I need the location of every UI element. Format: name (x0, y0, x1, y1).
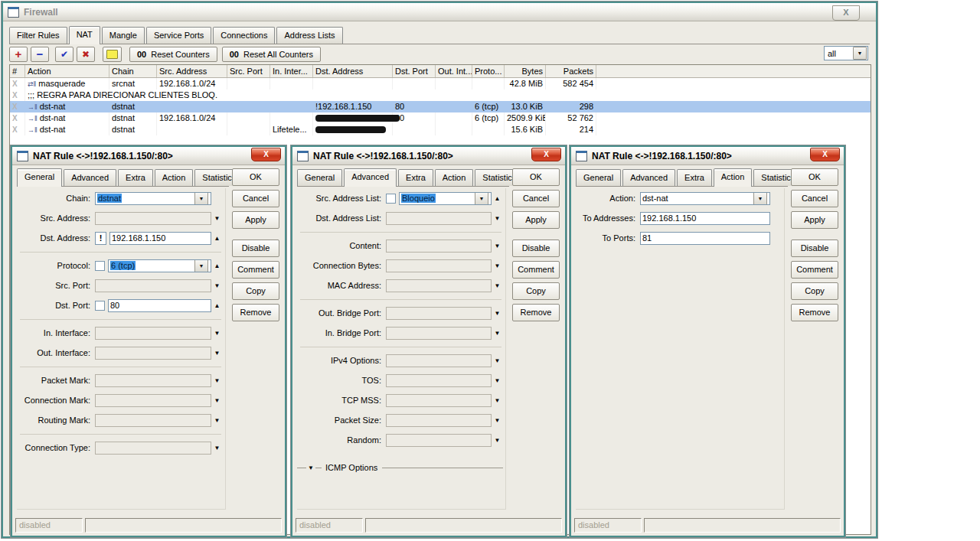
random-input[interactable] (386, 434, 492, 447)
expand-down-icon[interactable]: ▼ (492, 330, 503, 337)
tos-input[interactable] (386, 374, 492, 387)
dialog-close-button[interactable]: X (531, 148, 561, 161)
ok-button[interactable]: OK (791, 168, 838, 186)
col-src-address[interactable]: Src. Address (157, 65, 227, 77)
tab-advanced[interactable]: Advanced (622, 169, 675, 186)
ipv4-options-input[interactable] (386, 354, 492, 367)
disable-rule-button[interactable]: ✖ (77, 47, 95, 62)
expand-down-icon[interactable]: ▼ (211, 330, 223, 337)
expand-down-icon[interactable]: ▼ (492, 397, 503, 404)
col-out-interface[interactable]: Out. Int... (436, 65, 472, 77)
tab-action[interactable]: Action (155, 169, 194, 186)
dst-port-checkbox[interactable] (95, 301, 105, 311)
tab-advanced[interactable]: Advanced (64, 169, 116, 186)
chain-input[interactable]: dstnat ▼ (95, 192, 211, 205)
src-address-input[interactable] (95, 212, 211, 225)
col-dst-address[interactable]: Dst. Address (313, 65, 393, 77)
comment-button[interactable]: Comment (232, 261, 279, 279)
copy-button[interactable]: Copy (512, 282, 560, 300)
col-number[interactable]: # (10, 65, 25, 77)
col-bytes[interactable]: Bytes (505, 65, 546, 77)
expand-down-icon[interactable]: ▼ (492, 282, 503, 289)
connection-mark-input[interactable] (95, 394, 211, 407)
collapse-up-icon[interactable]: ▲ (211, 235, 223, 242)
col-protocol[interactable]: Proto... (472, 65, 505, 77)
expand-down-icon[interactable]: ▼ (492, 357, 503, 364)
expand-down-icon[interactable]: ▼ (211, 215, 223, 222)
col-packets[interactable]: Packets (546, 65, 596, 77)
filter-dropdown[interactable]: all ▼ (824, 46, 868, 60)
apply-button[interactable]: Apply (232, 211, 279, 229)
src-address-list-input[interactable]: Bloqueio ▼ (399, 192, 492, 205)
packet-mark-input[interactable] (95, 374, 211, 387)
apply-button[interactable]: Apply (791, 211, 838, 229)
comment-button[interactable]: Comment (791, 261, 838, 279)
disable-button[interactable]: Disable (232, 240, 279, 257)
add-rule-button[interactable]: + (9, 47, 28, 62)
col-src-port[interactable]: Src. Port (227, 65, 270, 77)
chevron-down-icon[interactable]: ▼ (194, 192, 208, 205)
comment-row[interactable]: X ;;; REGRA PARA DIRECIONAR CLIENTES BLO… (10, 90, 871, 101)
connection-type-input[interactable] (95, 442, 211, 455)
tab-extra[interactable]: Extra (398, 169, 433, 186)
dialog-close-button[interactable]: X (810, 148, 840, 161)
expand-down-icon[interactable]: ▼ (492, 215, 503, 222)
expand-down-icon[interactable]: ▼ (492, 243, 503, 249)
table-row[interactable]: X →‖dst-nat dstnat Lifetele... 15.6 KiB … (10, 124, 871, 135)
expand-down-icon[interactable]: ▼ (492, 377, 503, 384)
disable-button[interactable]: Disable (791, 240, 838, 257)
col-chain[interactable]: Chain (109, 65, 157, 77)
tab-general[interactable]: General (297, 169, 342, 186)
col-action[interactable]: Action (25, 65, 109, 77)
col-in-interface[interactable]: In. Inter... (270, 65, 313, 77)
ok-button[interactable]: OK (232, 168, 279, 186)
expand-down-icon[interactable]: ▼ (211, 445, 223, 451)
expand-down-icon[interactable]: ▼ (211, 350, 223, 357)
expand-down-icon[interactable]: ▼ (492, 417, 503, 424)
window-close-button[interactable]: X (832, 5, 860, 21)
out-interface-input[interactable] (95, 347, 211, 360)
content-input[interactable] (386, 240, 492, 253)
cancel-button[interactable]: Cancel (512, 190, 560, 207)
reset-all-counters-button[interactable]: 00 Reset All Counters (222, 47, 321, 62)
expand-down-icon[interactable]: ▼ (492, 437, 503, 444)
cancel-button[interactable]: Cancel (232, 190, 279, 207)
table-row[interactable]: X ⇄‖masquerade srcnat 192.168.1.0/24 42.… (10, 78, 871, 90)
mac-address-input[interactable] (386, 279, 492, 292)
copy-button[interactable]: Copy (791, 282, 838, 300)
tab-nat[interactable]: NAT (69, 26, 100, 44)
expand-down-icon[interactable]: ▼ (211, 282, 223, 289)
src-port-input[interactable] (95, 279, 211, 292)
not-toggle[interactable]: ! (95, 232, 106, 245)
expand-down-icon[interactable]: ▼ (211, 397, 223, 404)
in-bridge-port-input[interactable] (386, 327, 492, 340)
enable-rule-button[interactable]: ✔ (55, 47, 74, 62)
routing-mark-input[interactable] (95, 414, 211, 427)
dst-address-list-input[interactable] (386, 212, 492, 225)
protocol-checkbox[interactable] (95, 261, 105, 271)
src-address-list-checkbox[interactable] (386, 194, 396, 204)
chevron-down-icon[interactable]: ▼ (753, 192, 767, 205)
chevron-down-icon[interactable]: ▼ (853, 47, 867, 60)
tab-general[interactable]: General (576, 169, 621, 186)
tab-filter-rules[interactable]: Filter Rules (9, 27, 67, 44)
tab-extra[interactable]: Extra (118, 169, 153, 186)
dst-port-input[interactable]: 80 (108, 299, 211, 312)
comment-button[interactable] (103, 47, 122, 62)
disable-button[interactable]: Disable (512, 240, 560, 257)
expand-down-icon[interactable]: ▼ (492, 310, 503, 317)
remove-button[interactable]: Remove (512, 304, 560, 321)
remove-button[interactable]: Remove (791, 304, 838, 321)
to-addresses-input[interactable]: 192.168.1.150 (640, 212, 770, 225)
tcp-mss-input[interactable] (386, 394, 492, 407)
apply-button[interactable]: Apply (512, 211, 560, 229)
tab-extra[interactable]: Extra (677, 169, 712, 186)
tab-action[interactable]: Action (714, 168, 753, 187)
remove-rule-button[interactable]: − (31, 47, 49, 62)
tab-action[interactable]: Action (435, 169, 474, 186)
table-row[interactable]: X →‖dst-nat dstnat 192.168.1.0/24 80 6 (… (10, 112, 871, 124)
collapse-up-icon[interactable]: ▲ (492, 195, 503, 202)
col-dst-port[interactable]: Dst. Port (393, 65, 436, 77)
icmp-options-section[interactable]: ▼ ICMP Options (297, 459, 503, 476)
out-bridge-port-input[interactable] (386, 307, 492, 320)
